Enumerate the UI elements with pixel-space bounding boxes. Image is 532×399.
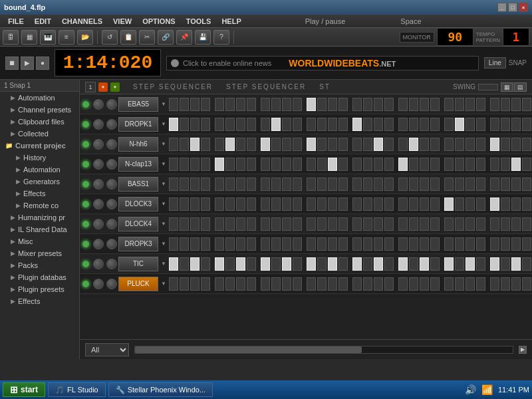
step-23[interactable]	[430, 98, 440, 111]
step-4[interactable]	[215, 257, 224, 271]
step-11[interactable]	[293, 217, 302, 231]
step-25[interactable]	[455, 158, 464, 171]
step-15[interactable]	[338, 138, 348, 151]
sidebar-item-current-project[interactable]: 📁 Current projec	[0, 140, 79, 152]
step-23[interactable]	[430, 217, 440, 231]
step-4[interactable]	[215, 198, 224, 211]
step-31[interactable]	[522, 257, 531, 271]
step-23[interactable]	[430, 138, 440, 151]
step-21[interactable]	[409, 158, 418, 171]
menu-file[interactable]: FILE	[3, 16, 29, 27]
row-name-pluck[interactable]: PLUCK	[118, 277, 158, 291]
step-25[interactable]	[455, 118, 464, 131]
step-26[interactable]	[466, 277, 475, 291]
step-0[interactable]	[169, 158, 178, 171]
row-knob-0-dropk1[interactable]	[93, 119, 104, 130]
step-28[interactable]	[490, 138, 499, 151]
step-17[interactable]	[363, 158, 372, 171]
step-7[interactable]	[247, 257, 256, 271]
step-9[interactable]	[271, 237, 281, 251]
step-25[interactable]	[455, 138, 464, 151]
step-10[interactable]	[282, 237, 291, 251]
step-28[interactable]	[490, 178, 499, 191]
step-30[interactable]	[511, 217, 521, 231]
step-27[interactable]	[476, 98, 485, 111]
menu-view[interactable]: VIEW	[108, 16, 137, 27]
step-19[interactable]	[384, 158, 394, 171]
step-16[interactable]	[352, 138, 362, 151]
step-31[interactable]	[522, 158, 531, 171]
step-18[interactable]	[374, 237, 383, 251]
step-1[interactable]	[180, 257, 189, 271]
step-13[interactable]	[317, 257, 327, 271]
step-28[interactable]	[490, 257, 499, 271]
step-27[interactable]	[476, 237, 485, 251]
step-5[interactable]	[225, 277, 235, 291]
step-17[interactable]	[363, 257, 372, 271]
record-btn[interactable]: ●	[36, 57, 49, 70]
row-knob-1-dropk1[interactable]	[106, 119, 117, 130]
step-20[interactable]	[398, 277, 408, 291]
step-6[interactable]	[236, 198, 245, 211]
sidebar-item-clipboard[interactable]: ▶ Clipboard files	[0, 116, 79, 128]
step-6[interactable]	[236, 158, 245, 171]
step-15[interactable]	[338, 118, 348, 131]
minimize-btn[interactable]: _	[497, 3, 507, 12]
step-18[interactable]	[374, 217, 383, 231]
step-25[interactable]	[455, 217, 464, 231]
menu-edit[interactable]: EDIT	[29, 16, 57, 27]
step-27[interactable]	[476, 158, 485, 171]
row-knob-1-bass1[interactable]	[106, 179, 117, 190]
step-27[interactable]	[476, 198, 485, 211]
sidebar-item-channel-presets[interactable]: ▶ Channel presets	[0, 104, 79, 116]
step-25[interactable]	[455, 257, 464, 271]
step-15[interactable]	[338, 158, 348, 171]
step-6[interactable]	[236, 237, 245, 251]
step-16[interactable]	[352, 158, 362, 171]
play-btn[interactable]: ▶	[21, 57, 34, 70]
sidebar-item-plugin-database[interactable]: ▶ Plugin databas	[0, 271, 79, 283]
step-16[interactable]	[352, 237, 362, 251]
row-knob-0-ebas5[interactable]	[93, 99, 104, 110]
step-31[interactable]	[522, 237, 531, 251]
step-21[interactable]	[409, 98, 418, 111]
step-31[interactable]	[522, 277, 531, 291]
sidebar-item-collected[interactable]: ▶ Collected	[0, 128, 79, 140]
stop-btn[interactable]: ⏹	[5, 57, 19, 70]
step-21[interactable]	[409, 217, 418, 231]
row-led-dlock3[interactable]	[82, 200, 90, 208]
step-17[interactable]	[363, 178, 372, 191]
step-9[interactable]	[271, 257, 281, 271]
step-15[interactable]	[338, 277, 348, 291]
step-12[interactable]	[307, 138, 316, 151]
step-22[interactable]	[420, 158, 429, 171]
step-3[interactable]	[201, 237, 210, 251]
step-19[interactable]	[384, 178, 394, 191]
step-15[interactable]	[338, 217, 348, 231]
step-22[interactable]	[420, 217, 429, 231]
row-knob-0-tic[interactable]	[93, 259, 104, 269]
step-13[interactable]	[317, 217, 327, 231]
step-29[interactable]	[501, 138, 510, 151]
step-6[interactable]	[236, 257, 245, 271]
step-12[interactable]	[307, 118, 316, 131]
row-name-dlock4[interactable]: DLOCK4	[118, 217, 158, 231]
row-knob-0-pluck[interactable]	[93, 279, 104, 289]
sidebar-item-humanizing[interactable]: ▶ Humanizing pr	[0, 211, 79, 223]
step-29[interactable]	[501, 118, 510, 131]
step-2[interactable]	[190, 118, 200, 131]
step-9[interactable]	[271, 158, 281, 171]
sidebar-item-automation-sub[interactable]: ▶ Automation	[0, 164, 79, 176]
step-12[interactable]	[307, 237, 316, 251]
step-2[interactable]	[190, 98, 200, 111]
step-1[interactable]	[180, 158, 189, 171]
step-11[interactable]	[293, 198, 302, 211]
step-16[interactable]	[352, 277, 362, 291]
row-knob-1-tic[interactable]	[106, 259, 117, 269]
step-22[interactable]	[420, 257, 429, 271]
step-15[interactable]	[338, 237, 348, 251]
step-11[interactable]	[293, 277, 302, 291]
row-name-bass1[interactable]: BASS1	[118, 177, 158, 192]
row-knob-0-bass1[interactable]	[93, 179, 104, 190]
step-0[interactable]	[169, 178, 178, 191]
